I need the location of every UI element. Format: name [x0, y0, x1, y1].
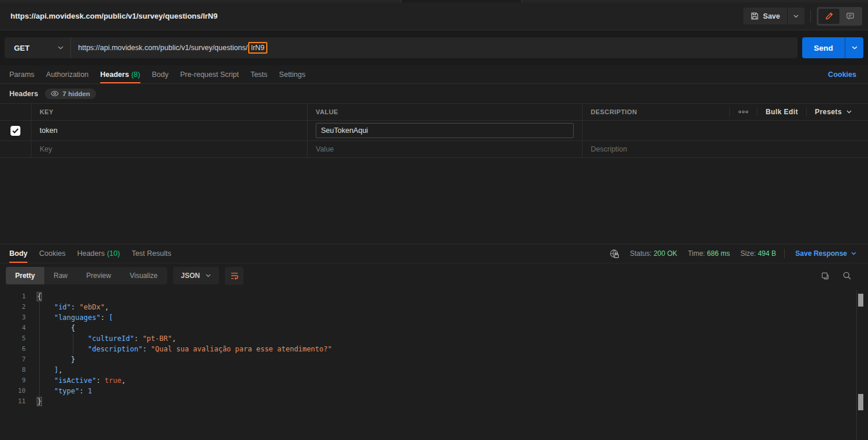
request-tab-settings[interactable]: Settings: [273, 65, 311, 83]
scrollbar-thumb[interactable]: [858, 294, 863, 307]
line-number: 8: [0, 365, 26, 375]
workspace-tab-strip[interactable]: [0, 0, 868, 2]
send-button[interactable]: Send: [802, 37, 845, 58]
new-header-row: [0, 141, 868, 158]
comments-button[interactable]: [839, 9, 860, 24]
text-wrap-icon: [230, 272, 239, 280]
headers-table: KEY VALUE DESCRIPTION Bulk Edit Presets: [0, 103, 868, 158]
new-description-input[interactable]: [591, 145, 860, 153]
header-key-cell[interactable]: token: [31, 121, 308, 140]
hidden-headers-toggle[interactable]: 7 hidden: [45, 89, 96, 99]
code-line: 4 {: [0, 323, 868, 333]
code-text: "id": "ebDx",: [26, 302, 109, 312]
send-options-button[interactable]: [845, 37, 863, 58]
request-tab-authorization[interactable]: Authorization: [40, 65, 94, 83]
presets-button[interactable]: Presets: [806, 107, 860, 117]
code-text: "isActive": true,: [26, 375, 126, 386]
wrap-text-button[interactable]: [225, 267, 244, 285]
save-response-label: Save Response: [795, 249, 847, 258]
response-tab-body[interactable]: Body: [3, 244, 33, 263]
code-line: 8 ],: [0, 365, 868, 375]
request-tab-tests[interactable]: Tests: [245, 65, 273, 83]
row-checkbox[interactable]: [10, 126, 20, 136]
view-tab-visualize[interactable]: Visualize: [121, 267, 167, 284]
save-options-button[interactable]: [787, 8, 805, 24]
format-selector[interactable]: JSON: [173, 267, 220, 284]
chevron-down-icon: [846, 110, 852, 114]
code-text: }: [26, 354, 75, 365]
hidden-headers-count: 7 hidden: [62, 90, 90, 97]
chevron-down-icon: [58, 46, 63, 50]
tab-count: (8): [131, 71, 140, 79]
request-tab-headers[interactable]: Headers(8): [94, 65, 146, 83]
view-tab-preview[interactable]: Preview: [77, 267, 121, 284]
code-line: 3 "languages": [: [0, 312, 868, 323]
time-badge[interactable]: Time: 686 ms: [688, 249, 730, 258]
empty-area: [0, 158, 868, 244]
response-tabs-row: BodyCookiesHeaders(10)Test Results Statu…: [0, 244, 868, 263]
tab-label: Body: [152, 71, 169, 79]
code-text: {: [26, 323, 75, 333]
scrollbar-thumb[interactable]: [858, 394, 863, 410]
code-line: 7 }: [0, 354, 868, 365]
scrollbar-track[interactable]: [856, 290, 857, 440]
new-key-input[interactable]: [40, 145, 299, 153]
tab-label: Body: [9, 249, 27, 258]
row-checkbox-cell: [0, 141, 31, 157]
header-value-input[interactable]: [316, 123, 574, 138]
cookies-link[interactable]: Cookies: [820, 65, 865, 83]
bulk-edit-button[interactable]: Bulk Edit: [757, 107, 806, 117]
network-globe-lock-icon[interactable]: [609, 249, 619, 259]
active-workspace-tab[interactable]: [401, 0, 522, 2]
header-description-cell[interactable]: [583, 121, 868, 140]
new-value-input[interactable]: [316, 145, 574, 153]
response-tab-cookies[interactable]: Cookies: [33, 244, 71, 263]
request-tab-params[interactable]: Params: [3, 65, 40, 83]
size-badge[interactable]: Size: 494 B: [740, 249, 776, 258]
copy-response-button[interactable]: [821, 272, 830, 280]
chevron-down-icon: [851, 252, 856, 255]
line-number: 6: [0, 344, 26, 354]
code-lines: 1{2 "id": "ebDx",3 "languages": [4 {5 "c…: [0, 291, 868, 407]
line-number: 3: [0, 312, 26, 323]
line-number: 9: [0, 375, 26, 386]
save-icon: [750, 12, 759, 20]
code-line: 5 "cultureId": "pt-BR",: [0, 333, 868, 344]
line-number: 10: [0, 386, 26, 396]
tab-label: Headers: [77, 249, 104, 258]
code-line: 11}: [0, 396, 868, 407]
indent-guide: [39, 302, 40, 396]
title-bar-actions: Save: [743, 7, 862, 26]
request-tabs-row: ParamsAuthorizationHeaders(8)BodyPre-req…: [0, 65, 868, 84]
headers-label: Headers: [9, 90, 38, 98]
method-selector[interactable]: GET: [5, 37, 71, 58]
line-number: 7: [0, 354, 26, 365]
response-body-editor[interactable]: 1{2 "id": "ebDx",3 "languages": [4 {5 "c…: [0, 288, 868, 440]
status-badge[interactable]: Status: 200 OK: [630, 249, 677, 258]
code-line: 10 "type": 1: [0, 386, 868, 396]
postman-app: https://api.movidesk.com/public/v1/surve…: [0, 0, 868, 440]
tab-label: Params: [9, 71, 34, 79]
view-tab-raw[interactable]: Raw: [44, 267, 77, 284]
request-tab-pre-request-script[interactable]: Pre-request Script: [174, 65, 245, 83]
save-button-group: Save: [743, 8, 805, 24]
more-options-button[interactable]: [729, 107, 757, 117]
column-value: VALUE: [308, 104, 583, 120]
save-response-button[interactable]: Save Response: [795, 249, 856, 258]
request-tab-body[interactable]: Body: [146, 65, 175, 83]
tab-label: Settings: [279, 71, 305, 79]
code-text: }: [26, 396, 41, 407]
view-tab-pretty[interactable]: Pretty: [6, 267, 44, 284]
response-tab-headers[interactable]: Headers(10): [71, 244, 125, 263]
save-button[interactable]: Save: [743, 8, 787, 24]
url-input[interactable]: https://api.movidesk.com/public/v1/surve…: [71, 37, 798, 58]
line-number: 2: [0, 302, 26, 312]
format-label: JSON: [181, 272, 200, 280]
edit-documentation-button[interactable]: [818, 9, 839, 24]
request-tabs: ParamsAuthorizationHeaders(8)BodyPre-req…: [3, 65, 820, 83]
search-icon: [842, 271, 852, 280]
response-tab-test-results[interactable]: Test Results: [126, 244, 177, 263]
copy-icon: [821, 272, 830, 280]
tab-count: (10): [107, 249, 120, 258]
search-response-button[interactable]: [842, 271, 852, 280]
